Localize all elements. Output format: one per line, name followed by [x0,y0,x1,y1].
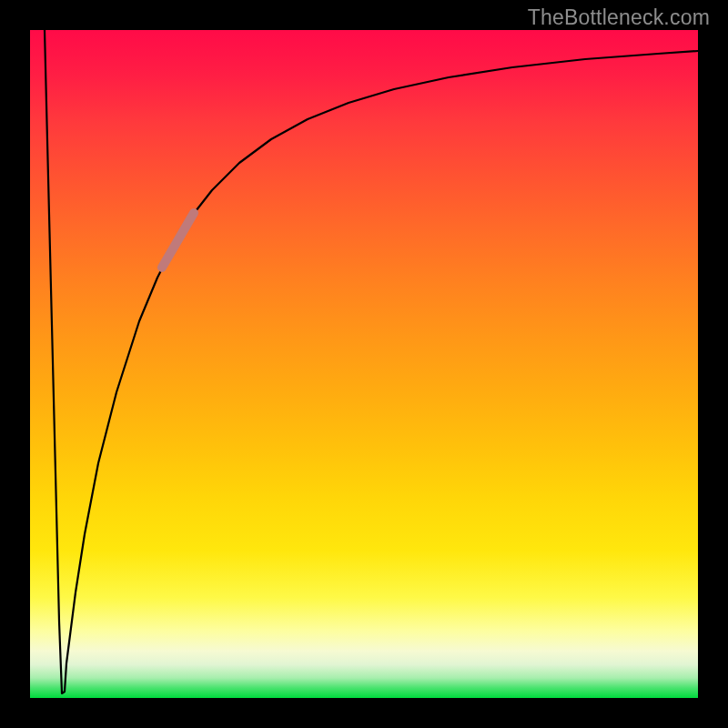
bottleneck-curve [30,30,698,698]
watermark-text: TheBottleneck.com [528,5,710,30]
curve-line [45,30,698,693]
frame-bottom [0,698,728,728]
curve-highlight-segment [162,213,194,268]
plot-area [30,30,698,698]
frame-right [698,0,728,728]
frame-left [0,0,30,728]
